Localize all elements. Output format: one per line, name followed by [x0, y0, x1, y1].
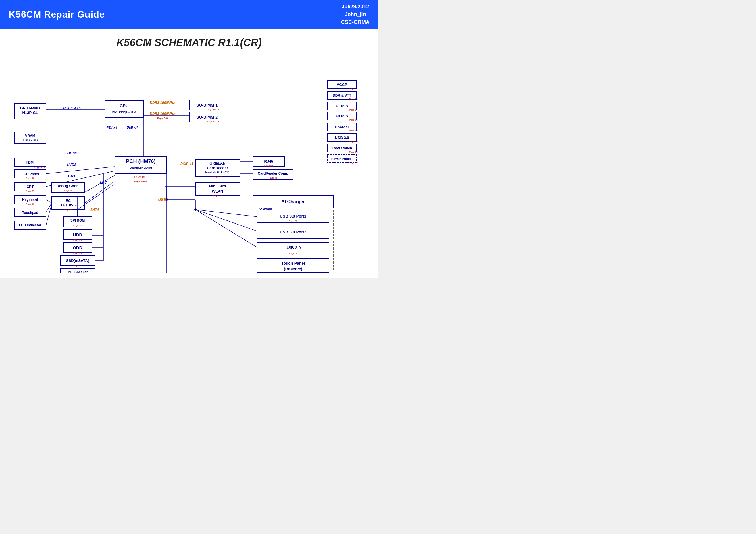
svg-text:PCH (HM76): PCH (HM76) — [126, 159, 155, 164]
svg-text:Page 89: Page 89 — [349, 140, 358, 143]
svg-text:Page 58: Page 58 — [349, 161, 358, 164]
svg-text:Touchpad: Touchpad — [22, 211, 38, 215]
svg-text:Panther Point: Panther Point — [130, 166, 152, 170]
main-content: K56CM SCHEMATIC R1.1(CR) GPU Nvidia N13P… — [0, 29, 378, 278]
svg-text:Keyboard: Keyboard — [22, 198, 38, 202]
svg-text:+1.8VS: +1.8VS — [336, 104, 348, 108]
divider — [12, 32, 69, 33]
svg-text:Page 88: Page 88 — [349, 130, 358, 132]
svg-line-187 — [46, 204, 52, 225]
svg-text:SATA: SATA — [91, 208, 99, 212]
svg-text:SPI: SPI — [92, 195, 98, 199]
svg-text:Page 54: Page 54 — [264, 165, 273, 167]
svg-text:DDR3 1600MHz: DDR3 1600MHz — [150, 101, 175, 105]
svg-text:USB: USB — [158, 197, 167, 202]
svg-text:Ivy Bridge -ULV: Ivy Bridge -ULV — [112, 110, 136, 114]
svg-text:LVDS: LVDS — [67, 163, 77, 167]
svg-text:Page 31: Page 31 — [26, 203, 35, 205]
svg-text:Page 91: Page 91 — [349, 151, 358, 153]
svg-text:CardReader Conn.: CardReader Conn. — [258, 171, 288, 175]
svg-text:PCI-E X16: PCI-E X16 — [63, 106, 81, 110]
svg-text:Page 48,49: Page 48,49 — [35, 166, 46, 168]
header-org: CSC-GRMA — [341, 18, 369, 26]
svg-text:DMI x4: DMI x4 — [127, 125, 138, 130]
svg-text:USB 3.0 Port2: USB 3.0 Port2 — [280, 230, 307, 234]
svg-text:Page 16-18: Page 16-18 — [207, 108, 219, 111]
svg-text:Page 20-28: Page 20-28 — [134, 180, 148, 183]
svg-text:Page 13-15: Page 13-15 — [207, 120, 219, 123]
svg-text:Page 41: Page 41 — [269, 177, 277, 179]
header-author: John_jin — [341, 11, 369, 18]
svg-text:SSD(mSATA): SSD(mSATA) — [66, 258, 89, 263]
svg-text:Page 58: Page 58 — [289, 252, 297, 255]
svg-text:Page 30: Page 30 — [64, 208, 72, 211]
svg-text:Page 51: Page 51 — [73, 264, 82, 267]
svg-text:LCD Panel: LCD Panel — [21, 172, 39, 176]
svg-text:HDMI: HDMI — [67, 151, 77, 155]
svg-text:Realtek RTL8411: Realtek RTL8411 — [205, 170, 230, 174]
svg-text:Page 46: Page 46 — [26, 177, 35, 179]
svg-text:WLAN: WLAN — [212, 189, 223, 193]
svg-text:VRAM: VRAM — [25, 134, 35, 138]
svg-text:DDR & VTT: DDR & VTT — [333, 93, 351, 98]
svg-text:CRT: CRT — [68, 174, 76, 178]
header: K56CM Repair Guide Jul/29/2012 John_jin … — [0, 0, 378, 29]
svg-text:FDI x8: FDI x8 — [107, 125, 117, 130]
schematic-canvas: GPU Nvidia N13P-GL VRAM 1GB/2GB PCI-E X1… — [6, 55, 372, 273]
svg-line-153 — [195, 210, 257, 231]
svg-text:RJ45: RJ45 — [264, 159, 273, 164]
svg-text:Page 3-6: Page 3-6 — [157, 117, 168, 120]
svg-text:USB 3.0 Port1: USB 3.0 Port1 — [280, 214, 307, 218]
svg-text:Mini Card: Mini Card — [209, 184, 226, 188]
svg-line-59 — [46, 199, 52, 203]
svg-text:Page 53: Page 53 — [213, 194, 222, 197]
svg-text:SO-DIMM 1: SO-DIMM 1 — [196, 103, 218, 107]
svg-line-151 — [195, 210, 257, 217]
svg-text:ITE IT8517: ITE IT8517 — [60, 203, 77, 207]
svg-text:DDR3 1600MHz: DDR3 1600MHz — [150, 112, 175, 116]
svg-text:PCIE x1: PCIE x1 — [180, 162, 193, 166]
svg-text:Page 47: Page 47 — [26, 190, 35, 192]
svg-text:N13P-GL: N13P-GL — [22, 111, 38, 115]
page-title: K56CM Repair Guide — [9, 9, 105, 20]
svg-text:Page 51: Page 51 — [73, 251, 82, 254]
svg-text:Page 83: Page 83 — [349, 98, 358, 100]
svg-text:LED Indicator: LED Indicator — [19, 223, 41, 227]
svg-text:Page 65: Page 65 — [26, 228, 35, 231]
svg-text:(Reserve): (Reserve) — [284, 267, 302, 271]
svg-text:CPU: CPU — [120, 103, 129, 108]
svg-text:Touch Panel: Touch Panel — [281, 261, 305, 266]
svg-text:GigaLAN: GigaLAN — [209, 161, 226, 165]
svg-text:Page 28: Page 28 — [73, 224, 82, 226]
svg-text:ODD: ODD — [73, 245, 82, 250]
svg-text:SO-DIMM 2: SO-DIMM 2 — [196, 115, 218, 119]
svg-text:Page 51: Page 51 — [73, 239, 82, 241]
svg-text:INT. Speaker: INT. Speaker — [67, 270, 88, 273]
header-info: Jul/29/2012 John_jin CSC-GRMA — [341, 3, 369, 26]
page-wrapper: K56CM Repair Guide Jul/29/2012 John_jin … — [0, 0, 378, 278]
schematic-svg: GPU Nvidia N13P-GL VRAM 1GB/2GB PCI-E X1… — [6, 55, 373, 273]
svg-text:SPI ROM: SPI ROM — [70, 218, 85, 222]
svg-text:Page 82: Page 82 — [349, 87, 358, 89]
svg-text:HDD: HDD — [73, 232, 82, 237]
svg-text:1GB/2GB: 1GB/2GB — [23, 138, 38, 142]
svg-text:Charger: Charger — [335, 125, 349, 129]
schematic-title: K56CM SCHEMATIC R1.1(CR) — [6, 34, 372, 49]
svg-text:CRT: CRT — [27, 185, 34, 189]
svg-text:Page 33: Page 33 — [213, 175, 222, 178]
svg-text:Al Charger: Al Charger — [281, 199, 305, 204]
svg-text:+0.8VS: +0.8VS — [336, 114, 348, 118]
svg-text:Page 84: Page 84 — [349, 109, 358, 111]
svg-text:CardReader: CardReader — [207, 165, 228, 170]
svg-line-154 — [195, 210, 257, 247]
header-date: Jul/29/2012 — [341, 3, 369, 11]
svg-text:EC: EC — [66, 198, 71, 203]
svg-text:Power Protect: Power Protect — [331, 157, 353, 161]
svg-text:Load Switch: Load Switch — [332, 146, 352, 150]
svg-text:BGA-989: BGA-989 — [134, 175, 147, 179]
svg-text:USB 2.0: USB 2.0 — [285, 245, 301, 250]
svg-text:Page 81: Page 81 — [349, 118, 358, 121]
svg-text:GPU Nvidia: GPU Nvidia — [20, 106, 41, 110]
svg-text:Page 52: Page 52 — [289, 220, 297, 222]
svg-line-41 — [46, 166, 115, 174]
